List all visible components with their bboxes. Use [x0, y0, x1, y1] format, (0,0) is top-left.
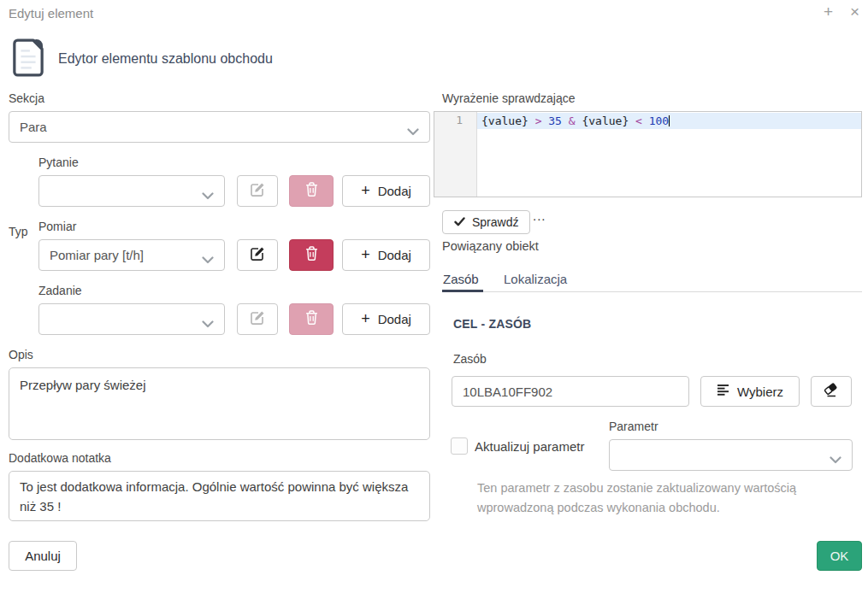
pytanie-add-label: Dodaj [378, 184, 411, 198]
aktualizuj-checkbox[interactable] [451, 437, 468, 455]
zasob-input[interactable] [452, 376, 689, 407]
zadanie-label: Zadanie [38, 284, 82, 297]
sekcja-select-value: Para [20, 120, 47, 134]
plus-icon: + [361, 182, 370, 200]
pomiar-add-button[interactable]: + Dodaj [342, 239, 430, 271]
chevron-down-icon [202, 252, 214, 267]
eraser-icon [823, 383, 840, 400]
text-cursor [669, 115, 670, 126]
zadanie-edit-button [237, 303, 278, 335]
check-icon [454, 215, 465, 229]
typ-label: Typ [9, 225, 28, 238]
tab-lokalizacja[interactable]: Lokalizacja [504, 272, 567, 286]
expression-code-editor[interactable]: 1 {value} > 35 & {value} < 100 [434, 111, 862, 197]
opis-textarea[interactable]: Przepływ pary świeżej [9, 367, 430, 440]
notatka-textarea[interactable]: To jest dodatkowa informacja. Ogólnie wa… [9, 471, 430, 521]
zasob-label: Zasób [453, 352, 487, 366]
chevron-down-icon [202, 188, 214, 203]
notatka-label: Dodatkowa notatka [9, 451, 111, 465]
chevron-down-icon [830, 452, 841, 467]
cel-zasob-heading: CEL - ZASÓB [453, 317, 531, 331]
pencil-square-icon [250, 310, 265, 329]
chevron-down-icon [202, 316, 214, 331]
pomiar-edit-button[interactable] [237, 239, 278, 271]
sprawdz-label: Sprawdź [472, 215, 518, 229]
line-number: 1 [456, 114, 463, 126]
chevron-down-icon [407, 124, 419, 138]
tabs-divider [442, 291, 862, 292]
ok-button[interactable]: OK [817, 541, 862, 571]
parametr-select[interactable] [609, 439, 853, 471]
close-icon[interactable]: × [850, 3, 859, 21]
expression-label: Wyrażenie sprawdzające [442, 91, 576, 105]
pomiar-delete-button[interactable] [289, 239, 334, 271]
parametr-help-text: Ten parametr z zasobu zostanie zaktualiz… [477, 479, 847, 519]
sekcja-select[interactable]: Para [9, 111, 430, 143]
wybierz-label: Wybierz [737, 385, 783, 399]
pomiar-select[interactable]: Pomiar pary [t/h] [38, 239, 225, 271]
sprawdz-button[interactable]: Sprawdź [442, 210, 530, 234]
pytanie-select[interactable] [38, 175, 225, 207]
aktualizuj-label: Aktualizuj parametr [475, 439, 584, 454]
pytanie-edit-button [237, 175, 278, 207]
dialog-subtitle: Edytor elementu szablonu obchodu [58, 51, 273, 67]
trash-icon [305, 310, 318, 328]
zadanie-add-button[interactable]: + Dodaj [342, 303, 430, 335]
edit-element-dialog: Edytuj element + × Edytor elementu szabl… [0, 0, 868, 593]
zadanie-select[interactable] [38, 303, 225, 335]
expand-icon[interactable]: + [824, 3, 833, 21]
pytanie-delete-button [289, 175, 334, 207]
parametr-label: Parametr [609, 420, 658, 433]
powiazany-obiekt-label: Powiązany obiekt [442, 239, 539, 253]
active-tab-underline [442, 290, 483, 292]
document-icon [12, 38, 44, 81]
clear-zasob-button[interactable] [811, 376, 852, 407]
pencil-square-icon [250, 246, 265, 265]
zadanie-delete-button [289, 303, 334, 335]
wybierz-button[interactable]: Wybierz [700, 376, 800, 407]
zadanie-add-label: Dodaj [378, 312, 411, 326]
plus-icon: + [361, 310, 370, 328]
pencil-square-icon [250, 182, 265, 201]
ellipsis-text: ... [533, 208, 546, 223]
trash-icon [305, 246, 318, 264]
pomiar-select-value: Pomiar pary [t/h] [50, 248, 144, 262]
plus-icon: + [361, 246, 370, 264]
editor-gutter: 1 [434, 112, 477, 197]
sekcja-label: Sekcja [9, 91, 44, 105]
pytanie-add-button[interactable]: + Dodaj [342, 175, 430, 207]
code-line-content: {value} > 35 & {value} < 100 [477, 113, 861, 129]
pomiar-add-label: Dodaj [378, 248, 411, 262]
anuluj-button[interactable]: Anuluj [9, 541, 77, 571]
dialog-title: Edytuj element [9, 6, 93, 21]
list-icon [717, 384, 729, 399]
pytanie-label: Pytanie [38, 156, 79, 169]
trash-icon [305, 182, 318, 200]
editor-code-area: {value} > 35 & {value} < 100 [477, 112, 861, 197]
opis-label: Opis [9, 348, 33, 361]
tab-zasob[interactable]: Zasób [443, 272, 479, 286]
pomiar-label: Pomiar [38, 220, 76, 233]
